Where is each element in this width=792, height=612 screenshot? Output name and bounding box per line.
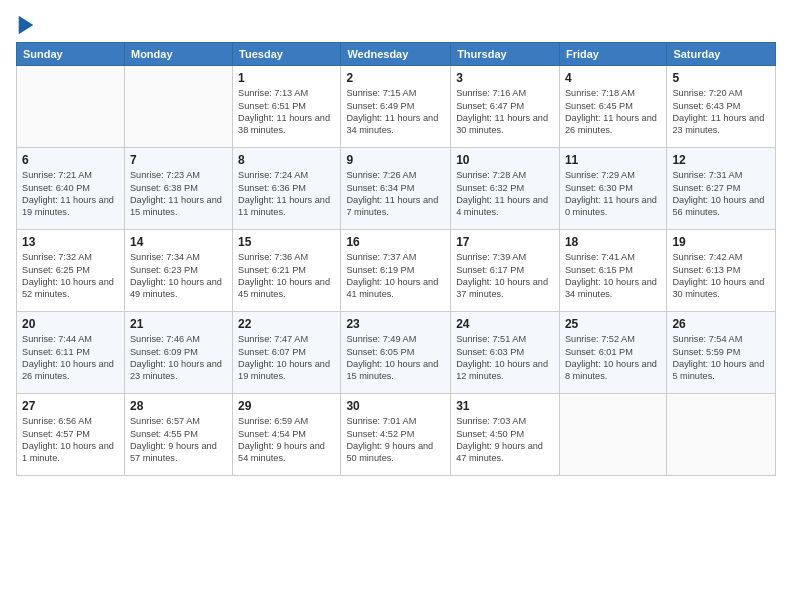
day-number: 11 [565,152,661,168]
day-info: Sunrise: 7:41 AMSunset: 6:15 PMDaylight:… [565,251,661,301]
calendar-week-row: 27Sunrise: 6:56 AMSunset: 4:57 PMDayligh… [17,394,776,476]
calendar-day-cell: 2Sunrise: 7:15 AMSunset: 6:49 PMDaylight… [341,66,451,148]
calendar-day-cell: 1Sunrise: 7:13 AMSunset: 6:51 PMDaylight… [233,66,341,148]
day-number: 24 [456,316,554,332]
calendar-day-cell [667,394,776,476]
day-number: 8 [238,152,335,168]
day-number: 20 [22,316,119,332]
day-info: Sunrise: 7:23 AMSunset: 6:38 PMDaylight:… [130,169,227,219]
calendar-day-cell: 23Sunrise: 7:49 AMSunset: 6:05 PMDayligh… [341,312,451,394]
header [16,14,776,36]
day-number: 27 [22,398,119,414]
day-info: Sunrise: 7:52 AMSunset: 6:01 PMDaylight:… [565,333,661,383]
calendar-day-cell [124,66,232,148]
day-number: 7 [130,152,227,168]
calendar-day-cell: 14Sunrise: 7:34 AMSunset: 6:23 PMDayligh… [124,230,232,312]
calendar-week-row: 13Sunrise: 7:32 AMSunset: 6:25 PMDayligh… [17,230,776,312]
calendar-day-cell: 28Sunrise: 6:57 AMSunset: 4:55 PMDayligh… [124,394,232,476]
calendar-day-cell: 31Sunrise: 7:03 AMSunset: 4:50 PMDayligh… [451,394,560,476]
day-info: Sunrise: 7:42 AMSunset: 6:13 PMDaylight:… [672,251,770,301]
day-number: 21 [130,316,227,332]
day-info: Sunrise: 7:39 AMSunset: 6:17 PMDaylight:… [456,251,554,301]
calendar-day-cell: 15Sunrise: 7:36 AMSunset: 6:21 PMDayligh… [233,230,341,312]
calendar-day-cell: 5Sunrise: 7:20 AMSunset: 6:43 PMDaylight… [667,66,776,148]
day-info: Sunrise: 7:24 AMSunset: 6:36 PMDaylight:… [238,169,335,219]
day-number: 3 [456,70,554,86]
calendar-day-cell: 8Sunrise: 7:24 AMSunset: 6:36 PMDaylight… [233,148,341,230]
day-number: 22 [238,316,335,332]
day-info: Sunrise: 7:31 AMSunset: 6:27 PMDaylight:… [672,169,770,219]
day-of-week-header: Saturday [667,43,776,66]
calendar-header: SundayMondayTuesdayWednesdayThursdayFrid… [17,43,776,66]
calendar-table: SundayMondayTuesdayWednesdayThursdayFrid… [16,42,776,476]
day-of-week-header: Friday [559,43,666,66]
day-number: 18 [565,234,661,250]
day-number: 17 [456,234,554,250]
day-number: 16 [346,234,445,250]
day-number: 15 [238,234,335,250]
day-number: 4 [565,70,661,86]
calendar-day-cell: 25Sunrise: 7:52 AMSunset: 6:01 PMDayligh… [559,312,666,394]
calendar-day-cell: 27Sunrise: 6:56 AMSunset: 4:57 PMDayligh… [17,394,125,476]
day-info: Sunrise: 7:32 AMSunset: 6:25 PMDaylight:… [22,251,119,301]
day-number: 13 [22,234,119,250]
calendar-day-cell: 3Sunrise: 7:16 AMSunset: 6:47 PMDaylight… [451,66,560,148]
calendar-day-cell: 10Sunrise: 7:28 AMSunset: 6:32 PMDayligh… [451,148,560,230]
calendar-body: 1Sunrise: 7:13 AMSunset: 6:51 PMDaylight… [17,66,776,476]
day-info: Sunrise: 6:56 AMSunset: 4:57 PMDaylight:… [22,415,119,465]
day-info: Sunrise: 7:44 AMSunset: 6:11 PMDaylight:… [22,333,119,383]
day-info: Sunrise: 7:18 AMSunset: 6:45 PMDaylight:… [565,87,661,137]
calendar-day-cell: 4Sunrise: 7:18 AMSunset: 6:45 PMDaylight… [559,66,666,148]
calendar-day-cell: 11Sunrise: 7:29 AMSunset: 6:30 PMDayligh… [559,148,666,230]
day-info: Sunrise: 7:29 AMSunset: 6:30 PMDaylight:… [565,169,661,219]
day-number: 28 [130,398,227,414]
day-header-row: SundayMondayTuesdayWednesdayThursdayFrid… [17,43,776,66]
calendar-day-cell: 18Sunrise: 7:41 AMSunset: 6:15 PMDayligh… [559,230,666,312]
day-info: Sunrise: 6:57 AMSunset: 4:55 PMDaylight:… [130,415,227,465]
calendar-day-cell: 6Sunrise: 7:21 AMSunset: 6:40 PMDaylight… [17,148,125,230]
day-number: 23 [346,316,445,332]
day-number: 14 [130,234,227,250]
calendar-week-row: 6Sunrise: 7:21 AMSunset: 6:40 PMDaylight… [17,148,776,230]
day-number: 12 [672,152,770,168]
day-number: 25 [565,316,661,332]
day-of-week-header: Tuesday [233,43,341,66]
calendar-day-cell: 7Sunrise: 7:23 AMSunset: 6:38 PMDaylight… [124,148,232,230]
day-info: Sunrise: 7:37 AMSunset: 6:19 PMDaylight:… [346,251,445,301]
day-number: 1 [238,70,335,86]
calendar-day-cell [17,66,125,148]
day-info: Sunrise: 7:34 AMSunset: 6:23 PMDaylight:… [130,251,227,301]
day-info: Sunrise: 7:21 AMSunset: 6:40 PMDaylight:… [22,169,119,219]
day-of-week-header: Monday [124,43,232,66]
day-number: 9 [346,152,445,168]
calendar-day-cell [559,394,666,476]
day-number: 30 [346,398,445,414]
day-info: Sunrise: 7:28 AMSunset: 6:32 PMDaylight:… [456,169,554,219]
day-number: 26 [672,316,770,332]
day-info: Sunrise: 7:26 AMSunset: 6:34 PMDaylight:… [346,169,445,219]
calendar-day-cell: 26Sunrise: 7:54 AMSunset: 5:59 PMDayligh… [667,312,776,394]
calendar-day-cell: 21Sunrise: 7:46 AMSunset: 6:09 PMDayligh… [124,312,232,394]
day-info: Sunrise: 7:15 AMSunset: 6:49 PMDaylight:… [346,87,445,137]
calendar-day-cell: 19Sunrise: 7:42 AMSunset: 6:13 PMDayligh… [667,230,776,312]
calendar-day-cell: 22Sunrise: 7:47 AMSunset: 6:07 PMDayligh… [233,312,341,394]
calendar-day-cell: 17Sunrise: 7:39 AMSunset: 6:17 PMDayligh… [451,230,560,312]
day-info: Sunrise: 7:51 AMSunset: 6:03 PMDaylight:… [456,333,554,383]
day-info: Sunrise: 7:46 AMSunset: 6:09 PMDaylight:… [130,333,227,383]
day-number: 29 [238,398,335,414]
day-of-week-header: Wednesday [341,43,451,66]
day-number: 31 [456,398,554,414]
day-number: 2 [346,70,445,86]
calendar-day-cell: 20Sunrise: 7:44 AMSunset: 6:11 PMDayligh… [17,312,125,394]
logo-icon [16,14,36,36]
day-of-week-header: Sunday [17,43,125,66]
day-info: Sunrise: 7:47 AMSunset: 6:07 PMDaylight:… [238,333,335,383]
page: SundayMondayTuesdayWednesdayThursdayFrid… [0,0,792,612]
day-info: Sunrise: 7:03 AMSunset: 4:50 PMDaylight:… [456,415,554,465]
calendar-day-cell: 16Sunrise: 7:37 AMSunset: 6:19 PMDayligh… [341,230,451,312]
calendar-day-cell: 29Sunrise: 6:59 AMSunset: 4:54 PMDayligh… [233,394,341,476]
logo [16,14,40,36]
calendar-week-row: 20Sunrise: 7:44 AMSunset: 6:11 PMDayligh… [17,312,776,394]
calendar-day-cell: 9Sunrise: 7:26 AMSunset: 6:34 PMDaylight… [341,148,451,230]
day-info: Sunrise: 7:36 AMSunset: 6:21 PMDaylight:… [238,251,335,301]
